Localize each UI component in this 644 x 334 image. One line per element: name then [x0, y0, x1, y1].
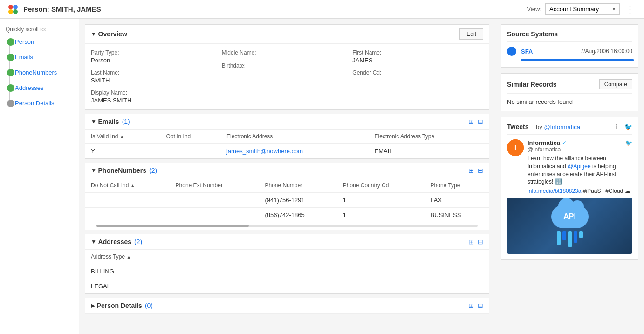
tweet-text: Learn how the alliance between Informati… — [528, 155, 632, 186]
bar-2 — [562, 231, 566, 240]
view-select[interactable]: Account Summary — [545, 3, 620, 15]
tweets-title: Tweets — [507, 123, 528, 130]
tweet-hashtags: #iPaaS | #Cloud ☁ — [583, 188, 630, 194]
right-panel: Source Systems SFA 7/Aug/2006 16:00:00 S… — [495, 19, 644, 334]
addresses-chevron[interactable]: ▼ — [91, 239, 96, 245]
first-name-label: First Name: — [352, 49, 483, 56]
tweet-row: I Informatica ✓ 🐦 @Informatica Learn how… — [507, 139, 632, 194]
email-type-cell: EMAIL — [369, 144, 489, 159]
phone-col-ext: Phone Ext Number — [170, 178, 260, 193]
addresses-grid-view-icon[interactable]: ⊟ — [478, 238, 483, 245]
phone-section: ▼ PhoneNumbers (2) ⊞ ⊟ Do Not Call Ind ▲… — [85, 163, 489, 230]
apigee-link[interactable]: @Apigee — [568, 163, 591, 170]
phone-type-2: BUSINESS — [425, 208, 489, 223]
display-name-label: Display Name: — [91, 89, 222, 96]
person-details-header-right: ⊞ ⊟ — [468, 302, 483, 309]
view-select-wrapper[interactable]: Account Summary — [545, 3, 620, 15]
email-link[interactable]: james_smith@nowhere.com — [226, 148, 303, 155]
addresses-section: ▼ Addresses (2) ⊞ ⊟ Address Type ▲ — [85, 234, 489, 294]
sidebar-item-addresses[interactable]: Addresses — [15, 84, 73, 91]
phone-chevron[interactable]: ▼ — [91, 167, 96, 174]
person-details-grid-view-icon[interactable]: ⊟ — [478, 302, 483, 309]
svg-point-0 — [8, 5, 13, 9]
phone-list-view-icon[interactable]: ⊞ — [468, 167, 474, 174]
party-type-value: Person — [91, 57, 222, 64]
source-systems-title: Source Systems — [507, 30, 632, 42]
person-details-chevron[interactable]: ▶ — [91, 302, 95, 309]
tweet-twitter-icon: 🐦 — [625, 140, 632, 146]
display-name-value: JAMES SMITH — [91, 97, 222, 104]
scroll-indicator — [96, 225, 478, 227]
phone-type-1: FAX — [425, 193, 489, 208]
api-cloud: API — [551, 205, 589, 247]
birthdate-label: Birthdate: — [222, 62, 353, 69]
emails-section: ▼ Emails (1) ⊞ ⊟ Is Valid Ind ▲ Opt In I… — [85, 114, 489, 159]
tweet-handle: @Informatica — [528, 146, 632, 153]
overview-col-2: Middle Name: Birthdate: — [222, 49, 353, 104]
tweets-handle[interactable]: @Informatica — [544, 123, 580, 130]
compare-button[interactable]: Compare — [599, 79, 632, 89]
edit-button[interactable]: Edit — [459, 28, 483, 40]
sidebar-item-phonenumbers[interactable]: PhoneNumbers — [15, 69, 73, 76]
person-details-title: Person Details (0) — [97, 302, 153, 309]
tweet-avatar: I — [507, 139, 524, 156]
verified-icon: ✓ — [562, 140, 567, 146]
phone-header: ▼ PhoneNumbers (2) ⊞ ⊟ — [85, 163, 489, 178]
phone-col-number: Phone Number — [259, 178, 337, 193]
emails-grid-view-icon[interactable]: ⊟ — [478, 118, 483, 125]
table-row: LEGAL — [85, 279, 489, 294]
phone-grid-view-icon[interactable]: ⊟ — [478, 167, 483, 174]
middle-name-field: Middle Name: — [222, 49, 353, 57]
address-type-1: BILLING — [85, 264, 489, 279]
phone-table: Do Not Call Ind ▲ Phone Ext Number Phone… — [85, 178, 489, 222]
birthdate-field: Birthdate: — [222, 62, 353, 70]
bar-3 — [568, 231, 572, 247]
menu-icon[interactable]: ⋮ — [623, 2, 637, 17]
tweet-content: Informatica ✓ 🐦 @Informatica Learn how t… — [528, 139, 632, 194]
addresses-header: ▼ Addresses (2) ⊞ ⊟ — [85, 234, 489, 250]
source-icon — [507, 47, 516, 56]
overview-col-3: First Name: JAMES Gender Cd: — [352, 49, 483, 104]
emails-table: Is Valid Ind ▲ Opt In Ind Electronic Add… — [85, 130, 489, 158]
addresses-list-view-icon[interactable]: ⊞ — [468, 238, 474, 245]
phone-col-country: Phone Country Cd — [337, 178, 425, 193]
tweet-name: Informatica — [528, 139, 560, 146]
twitter-icon[interactable]: 🐦 — [624, 123, 632, 130]
phone-header-right: ⊞ ⊟ — [468, 167, 483, 174]
phone-col-dnc[interactable]: Do Not Call Ind ▲ — [85, 178, 170, 193]
last-name-field: Last Name: SMITH — [91, 69, 222, 84]
tweet-name-row: Informatica ✓ 🐦 — [528, 139, 632, 146]
source-row: SFA 7/Aug/2006 16:00:00 — [507, 47, 632, 56]
emails-chevron[interactable]: ▼ — [91, 118, 96, 125]
addresses-header-right: ⊞ ⊟ — [468, 238, 483, 245]
phone-count: (2) — [149, 167, 157, 174]
sidebar-item-emails[interactable]: Emails — [15, 54, 73, 61]
person-details-list-view-icon[interactable]: ⊞ — [468, 302, 474, 309]
emails-col-valid[interactable]: Is Valid Ind ▲ — [85, 130, 161, 144]
svg-point-3 — [13, 9, 18, 14]
last-name-value: SMITH — [91, 77, 222, 84]
sidebar-item-person-details[interactable]: Person Details — [15, 100, 73, 107]
overview-col-1: Party Type: Person Last Name: SMITH Disp… — [91, 49, 222, 104]
emails-header: ▼ Emails (1) ⊞ ⊟ — [85, 114, 489, 130]
sidebar-item-person[interactable]: Person — [15, 38, 73, 45]
gender-cd-label: Gender Cd: — [352, 69, 483, 76]
party-type-field: Party Type: Person — [91, 49, 222, 64]
app-logo — [7, 4, 19, 15]
addresses-col-type[interactable]: Address Type ▲ — [85, 250, 489, 264]
emails-count: (1) — [122, 118, 130, 125]
bar-1 — [557, 231, 561, 245]
overview-header: ▼ Overview Edit — [85, 25, 489, 44]
info-icon[interactable]: ℹ — [616, 123, 618, 130]
address-type-2: LEGAL — [85, 279, 489, 294]
phone-country-2: 1 — [337, 208, 425, 223]
overview-title: Overview — [98, 30, 127, 38]
bars-container — [557, 231, 583, 247]
phone-dnc-2 — [85, 208, 170, 223]
overview-chevron[interactable]: ▼ — [91, 31, 96, 37]
emails-list-view-icon[interactable]: ⊞ — [468, 118, 474, 125]
source-name[interactable]: SFA — [521, 48, 533, 55]
cloud-shape: API — [551, 205, 589, 228]
tweet-url[interactable]: infa.media/bt180823a — [528, 188, 581, 194]
middle-name-label: Middle Name: — [222, 49, 353, 56]
